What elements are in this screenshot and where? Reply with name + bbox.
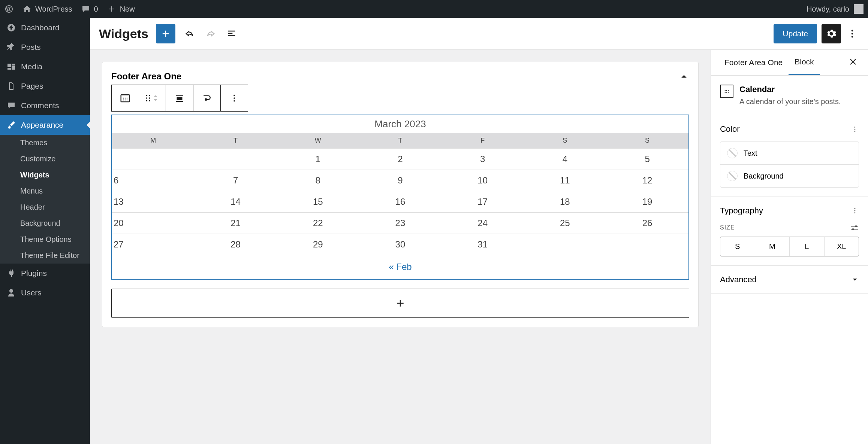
kebab-icon xyxy=(847,28,858,39)
calendar-day-cell: 13 xyxy=(112,191,195,213)
color-panel-header[interactable]: Color xyxy=(720,124,859,134)
chevron-up-icon[interactable] xyxy=(679,71,689,82)
calendar-day-cell: 7 xyxy=(195,170,277,191)
submenu-item-themes[interactable]: Themes xyxy=(0,135,90,151)
menu-item-dashboard[interactable]: Dashboard xyxy=(0,18,90,37)
calendar-day-cell xyxy=(524,234,606,255)
pin-icon xyxy=(7,43,16,52)
advanced-panel-header[interactable]: Advanced xyxy=(720,275,859,285)
calendar-prev-link[interactable]: « Feb xyxy=(389,262,412,272)
calendar-day-cell: 24 xyxy=(441,213,524,234)
block-options-button[interactable] xyxy=(221,85,248,111)
submenu-item-header[interactable]: Header xyxy=(0,199,90,215)
site-link[interactable]: WordPress xyxy=(22,4,72,13)
drag-handle[interactable] xyxy=(139,94,166,103)
calendar-day-cell: 1 xyxy=(277,149,359,170)
svg-point-22 xyxy=(725,92,726,93)
menu-item-media[interactable]: Media xyxy=(0,57,90,76)
comments-link[interactable]: 0 xyxy=(81,4,98,13)
settings-button[interactable] xyxy=(822,24,841,43)
update-button[interactable]: Update xyxy=(774,24,817,43)
tab-area[interactable]: Footer Area One xyxy=(718,51,789,74)
calendar-day-cell: 21 xyxy=(195,213,277,234)
svg-point-13 xyxy=(149,97,150,99)
svg-point-1 xyxy=(852,33,853,35)
move-to-button[interactable] xyxy=(193,85,220,111)
calendar-day-cell xyxy=(112,149,195,170)
size-button-m[interactable]: M xyxy=(755,237,790,256)
user-menu[interactable]: Howdy, carlo xyxy=(807,4,864,14)
new-link[interactable]: New xyxy=(107,4,135,13)
svg-point-25 xyxy=(855,127,856,128)
calendar-day-cell: 22 xyxy=(277,213,359,234)
svg-point-17 xyxy=(233,97,235,99)
tab-block[interactable]: Block xyxy=(789,50,820,75)
plus-icon xyxy=(107,4,116,13)
list-view-button[interactable] xyxy=(225,27,238,40)
new-label: New xyxy=(120,5,135,13)
calendar-icon xyxy=(720,85,733,98)
widget-area-title: Footer Area One xyxy=(111,71,181,82)
menu-item-pages[interactable]: Pages xyxy=(0,76,90,96)
menu-item-posts[interactable]: Posts xyxy=(0,37,90,57)
menu-item-plugins[interactable]: Plugins xyxy=(0,264,90,283)
svg-point-14 xyxy=(146,100,148,101)
calendar-day-cell: 2 xyxy=(359,149,441,170)
calendar-day-cell: 18 xyxy=(524,191,606,213)
typography-panel-header[interactable]: Typography xyxy=(720,206,859,216)
close-inspector-button[interactable] xyxy=(846,54,861,71)
calendar-block[interactable]: March 2023 MTWTFSS 123456789101112131415… xyxy=(111,115,689,280)
calendar-day-cell: 28 xyxy=(195,234,277,255)
size-button-xl[interactable]: XL xyxy=(825,237,859,256)
redo-button[interactable] xyxy=(204,27,217,40)
align-button[interactable] xyxy=(166,85,193,111)
sliders-icon[interactable] xyxy=(850,223,859,232)
svg-point-5 xyxy=(125,98,126,99)
svg-point-11 xyxy=(149,95,150,96)
submenu-item-widgets[interactable]: Widgets xyxy=(0,167,90,183)
svg-point-29 xyxy=(855,210,856,212)
submenu-item-background[interactable]: Background xyxy=(0,215,90,231)
svg-point-12 xyxy=(146,97,148,99)
add-block-button[interactable] xyxy=(156,24,175,43)
submenu-item-theme-file-editor[interactable]: Theme File Editor xyxy=(0,247,90,264)
submenu-item-menus[interactable]: Menus xyxy=(0,183,90,199)
color-text-button[interactable]: Text xyxy=(720,142,859,165)
submenu-item-customize[interactable]: Customize xyxy=(0,151,90,167)
page-title: Widgets xyxy=(99,27,148,41)
move-down-icon[interactable] xyxy=(152,98,159,103)
calendar-day-header: W xyxy=(277,133,359,149)
svg-point-10 xyxy=(146,95,148,96)
wp-logo[interactable] xyxy=(4,4,13,13)
more-options-button[interactable] xyxy=(846,27,859,40)
size-buttons: SMLXL xyxy=(720,237,859,256)
svg-point-21 xyxy=(728,90,729,91)
undo-icon xyxy=(184,28,195,39)
calendar-day-cell: 19 xyxy=(606,191,688,213)
svg-point-9 xyxy=(127,100,128,101)
menu-item-appearance[interactable]: Appearance xyxy=(0,115,90,135)
plus-icon xyxy=(160,28,171,39)
redo-icon xyxy=(205,28,216,39)
color-background-button[interactable]: Background xyxy=(720,165,859,187)
size-button-s[interactable]: S xyxy=(720,237,755,256)
media-icon xyxy=(7,62,16,71)
dashboard-icon xyxy=(7,23,16,32)
menu-item-comments[interactable]: Comments xyxy=(0,96,90,115)
menu-item-users[interactable]: Users xyxy=(0,283,90,302)
svg-point-30 xyxy=(855,212,856,213)
plug-icon xyxy=(7,269,16,278)
calendar-day-cell: 16 xyxy=(359,191,441,213)
svg-point-32 xyxy=(852,228,854,230)
add-block-appender[interactable] xyxy=(111,289,689,318)
inspector-sidebar: Footer Area One Block Calendar A calenda… xyxy=(711,50,868,444)
undo-button[interactable] xyxy=(183,27,196,40)
svg-point-27 xyxy=(855,131,856,132)
size-button-l[interactable]: L xyxy=(790,237,825,256)
calendar-day-cell: 8 xyxy=(277,170,359,191)
calendar-day-header: M xyxy=(112,133,195,149)
submenu-item-theme-options[interactable]: Theme Options xyxy=(0,231,90,247)
block-type-button[interactable] xyxy=(112,85,139,111)
calendar-day-header: F xyxy=(441,133,524,149)
move-up-icon[interactable] xyxy=(152,94,159,98)
